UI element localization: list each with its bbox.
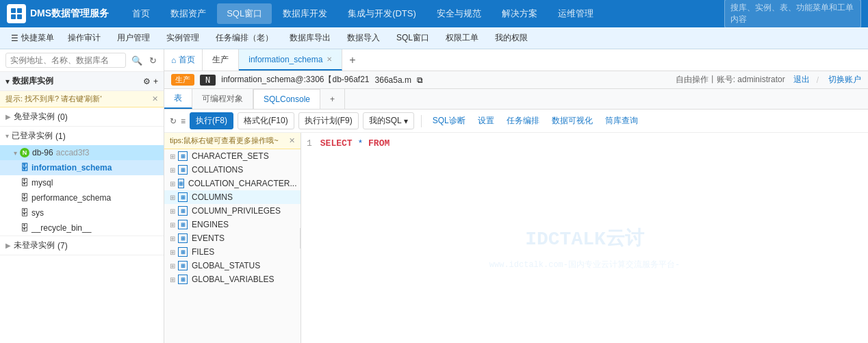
- toolbar-refresh-icon[interactable]: ↻: [170, 116, 177, 126]
- schema-db-icon-3: 🗄: [21, 208, 29, 218]
- instance-group-unlogged: ▶ 未登录实例 (7): [0, 236, 164, 255]
- table-item-5[interactable]: ⊞ ⊞ ENGINES: [164, 218, 301, 231]
- instance-group-unlogged-header[interactable]: ▶ 未登录实例 (7): [0, 236, 164, 255]
- table-name-6: EVENTS: [192, 233, 225, 243]
- nav-perm-ticket[interactable]: 权限工单: [439, 30, 485, 46]
- breadcrumb-home[interactable]: ⌂ 首页: [164, 49, 203, 71]
- switch-account-link[interactable]: 切换账户: [828, 74, 861, 86]
- table-icon-7: ⊞: [178, 247, 188, 257]
- table-item-0[interactable]: ⊞ ⊞ CHARACTER_SETS: [164, 149, 301, 163]
- instance-group-logged-header[interactable]: ▾ 已登录实例 (1): [0, 127, 164, 145]
- settings-link[interactable]: 设置: [474, 113, 498, 129]
- tab-add-editor[interactable]: +: [320, 89, 345, 109]
- nav-solutions[interactable]: 解决方案: [492, 3, 547, 24]
- nav-instance-mgmt[interactable]: 实例管理: [159, 30, 206, 46]
- table-item-6[interactable]: ⊞ ⊞ EVENTS: [164, 231, 301, 245]
- sql-select-keyword: SELECT: [320, 138, 353, 149]
- right-content: ⌂ 首页 生产 information_schema ✕ + 生产 N info…: [164, 49, 868, 343]
- quick-menu-toggle[interactable]: ☰ 快捷菜单: [7, 30, 58, 46]
- format-button[interactable]: 格式化(F10): [238, 112, 294, 129]
- tab-programmable[interactable]: 可编程对象: [192, 89, 253, 109]
- table-item-3[interactable]: ⊞ ⊞ COLUMNS: [164, 190, 301, 204]
- nav-sql-console[interactable]: SQL窗口: [217, 3, 272, 24]
- table-item-7[interactable]: ⊞ ⊞ FILES: [164, 245, 301, 259]
- nav-data-import[interactable]: 数据导入: [340, 30, 387, 46]
- watermark: IDCTALK云讨: [525, 225, 644, 251]
- schema-sys[interactable]: 🗄 sys: [0, 205, 164, 220]
- sidebar-search-input[interactable]: [5, 53, 126, 68]
- nav-data-asset[interactable]: 数据资产: [161, 3, 216, 24]
- nav-ops[interactable]: 运维管理: [548, 3, 603, 24]
- group-logged-count: (1): [55, 131, 66, 141]
- diagnose-link[interactable]: SQL诊断: [429, 113, 470, 129]
- sql-line-1: 1 SELECT * FROM: [307, 138, 863, 149]
- nav-dts[interactable]: 集成与开发(DTS): [338, 3, 426, 24]
- execute-button[interactable]: 执行(F8): [190, 112, 233, 129]
- table-icon-6: ⊞: [178, 233, 188, 243]
- filter-icon[interactable]: ⚙: [143, 77, 151, 86]
- global-search[interactable]: 搜库、实例、表、功能菜单和工单内容: [724, 0, 861, 28]
- nav-db-dev[interactable]: 数据库开发: [273, 3, 337, 24]
- hint-close-icon[interactable]: ✕: [152, 94, 158, 103]
- nav-user-mgmt[interactable]: 用户管理: [110, 30, 157, 46]
- logout-link[interactable]: 退出: [793, 74, 810, 86]
- table-item-2[interactable]: ⊞ ⊞ COLLATION_CHARACTER...: [164, 177, 301, 190]
- schema-information-schema[interactable]: 🗄 information_schema: [0, 160, 164, 175]
- schema-performance-schema[interactable]: 🗄 performance_schema: [0, 190, 164, 205]
- nav-audit[interactable]: 操作审计: [61, 30, 107, 46]
- nav-home[interactable]: 首页: [123, 3, 159, 24]
- table-icon-3: ⊞: [178, 192, 188, 202]
- visual-link[interactable]: 数据可视化: [548, 113, 597, 129]
- expand-icon-3: ⊞: [170, 194, 175, 201]
- schema-recycle-bin[interactable]: 🗄 __recycle_bin__: [0, 220, 164, 236]
- refresh-icon[interactable]: ↻: [148, 54, 158, 67]
- expand-icon-5: ⊞: [170, 221, 175, 229]
- search-icon[interactable]: 🔍: [130, 54, 144, 67]
- tree-hint-close[interactable]: ✕: [289, 136, 295, 145]
- add-db-icon[interactable]: +: [153, 77, 158, 86]
- table-name-4: COLUMN_PRIVILEGES: [192, 206, 281, 216]
- sql-star-operator: *: [357, 138, 363, 149]
- instance-group-free-header[interactable]: ▶ 免登录实例 (0): [0, 107, 164, 126]
- sql-editor-content[interactable]: 1 SELECT * FROM IDCTALK云讨 www.idctalk.co…: [301, 133, 868, 343]
- schema-mysql[interactable]: 🗄 mysql: [0, 175, 164, 190]
- plan-button[interactable]: 执行计划(F9): [298, 112, 359, 129]
- tab-add-button[interactable]: +: [342, 54, 362, 66]
- table-item-9[interactable]: ⊞ ⊞ GLOBAL_VARIABLES: [164, 272, 301, 286]
- top-nav: DMS数据管理服务 首页 数据资产 SQL窗口 数据库开发 集成与开发(DTS)…: [0, 0, 868, 27]
- tab-table[interactable]: 表: [164, 89, 192, 109]
- nav-security[interactable]: 安全与规范: [427, 3, 491, 24]
- chevron-right-icon: ▶: [5, 113, 11, 120]
- nav-task-arrange[interactable]: 任务编排（老）: [209, 30, 280, 46]
- table-icon-2: ⊞: [178, 179, 184, 188]
- app-title: DMS数据管理服务: [30, 8, 109, 20]
- nav-db-export[interactable]: 数据库导出: [283, 30, 337, 46]
- schema-label-2: performance_schema: [31, 193, 111, 203]
- warehouse-link[interactable]: 筒库查询: [601, 113, 642, 129]
- group-free-label: 免登录实例: [14, 111, 55, 123]
- tree-hint-text: tips:鼠标右键可查看更多操作哦~: [170, 136, 279, 146]
- schema-db-icon-4: 🗄: [21, 223, 29, 233]
- task-arrange-link[interactable]: 任务编排: [502, 113, 544, 129]
- nav-my-perm[interactable]: 我的权限: [488, 30, 535, 46]
- my-sql-button[interactable]: 我的SQL ▾: [363, 112, 414, 129]
- schema-label-3: sys: [31, 208, 44, 218]
- instance-item-db96[interactable]: ▾ N db-96 accad3f3: [0, 145, 164, 160]
- tab-shengchan[interactable]: 生产: [203, 49, 239, 71]
- instance-group-free: ▶ 免登录实例 (0): [0, 107, 164, 127]
- table-item-8[interactable]: ⊞ ⊞ GLOBAL_STATUS: [164, 259, 301, 272]
- tab-information-schema[interactable]: information_schema ✕: [239, 49, 342, 71]
- second-nav: ☰ 快捷菜单 操作审计 用户管理 实例管理 任务编排（老） 数据库导出 数据导入…: [0, 27, 868, 49]
- tab-sql-console[interactable]: SQLConsole: [253, 89, 320, 109]
- instance-label: db-96: [32, 148, 53, 157]
- tab-close-icon[interactable]: ✕: [327, 55, 332, 63]
- expand-icon-4: ⊞: [170, 207, 175, 215]
- nav-sql-window[interactable]: SQL窗口: [390, 30, 436, 46]
- toolbar-menu-icon[interactable]: ≡: [181, 116, 186, 126]
- svg-rect-0: [11, 8, 16, 13]
- expand-icon-8: ⊞: [170, 262, 175, 270]
- table-item-1[interactable]: ⊞ ⊞ COLLATIONS: [164, 163, 301, 177]
- copy-icon[interactable]: ⧉: [417, 75, 423, 85]
- table-item-4[interactable]: ⊞ ⊞ COLUMN_PRIVILEGES: [164, 204, 301, 218]
- sidebar-section-db[interactable]: ▾ 数据库实例 ⚙ +: [0, 72, 164, 91]
